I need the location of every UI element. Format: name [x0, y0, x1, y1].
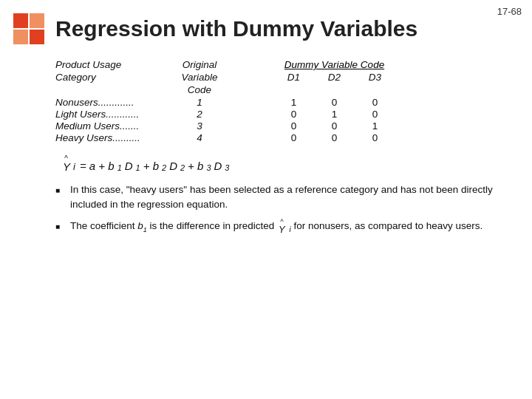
table-row: Light Users............ 2 0 1 0 — [55, 109, 517, 120]
table-row: Heavy Users.......... 4 0 0 0 — [55, 132, 517, 143]
table-header-row2: Category Variable D1 D2 D3 — [55, 72, 517, 83]
table-header-row1: Product Usage Original Dummy Variable Co… — [55, 59, 517, 70]
formula-hat-y: ^ Y — [63, 155, 70, 172]
table-row: Nonusers............. 1 1 0 0 — [55, 97, 517, 108]
logo-bottom-right — [30, 30, 44, 44]
col-original-header: Original — [166, 59, 233, 70]
bullet-item-1: ■ In this case, "heavy users" has been s… — [55, 183, 517, 211]
col-d2-header: D2 — [314, 72, 355, 83]
main-content: Product Usage Original Dummy Variable Co… — [55, 59, 517, 242]
bullet-text-1: In this case, "heavy users" has been sel… — [70, 183, 517, 211]
logo — [13, 13, 46, 46]
logo-top-left — [13, 13, 28, 28]
formula-rhs: = a + b — [80, 160, 115, 172]
col-d3-header: D3 — [355, 72, 395, 83]
bullet-text-2: The coefficient b1 is the difference in … — [70, 219, 517, 235]
hat-y-inline: ^ Y — [279, 219, 285, 234]
page-title: Regression with Dummy Variables — [55, 16, 417, 41]
formula-section: ^ Y i = a + b 1 D 1 + b 2 D 2 + b 3 D 3 — [63, 155, 517, 172]
bullet-icon-2: ■ — [55, 222, 70, 233]
logo-top-right — [30, 13, 44, 28]
col-d1-header: D1 — [273, 72, 314, 83]
bullet-icon-1: ■ — [55, 185, 70, 197]
bullet-item-2: ■ The coefficient b1 is the difference i… — [55, 219, 517, 235]
col-varcode-label: Variable — [166, 72, 233, 83]
slide-number: 17-68 — [497, 6, 522, 17]
col-product-header: Product Usage — [55, 59, 166, 70]
logo-bottom-left — [13, 30, 28, 44]
table-header-row3: Code — [55, 84, 517, 95]
col-code-label: Code — [166, 84, 233, 95]
formula-subscript-i: i — [73, 161, 75, 172]
col-category-label: Category — [55, 72, 166, 83]
table-row: Medium Users....... 3 0 0 1 — [55, 120, 517, 132]
col-dummy-header: Dummy Variable Code — [273, 59, 395, 70]
table-section: Product Usage Original Dummy Variable Co… — [55, 59, 517, 143]
bullets-section: ■ In this case, "heavy users" has been s… — [55, 183, 517, 235]
